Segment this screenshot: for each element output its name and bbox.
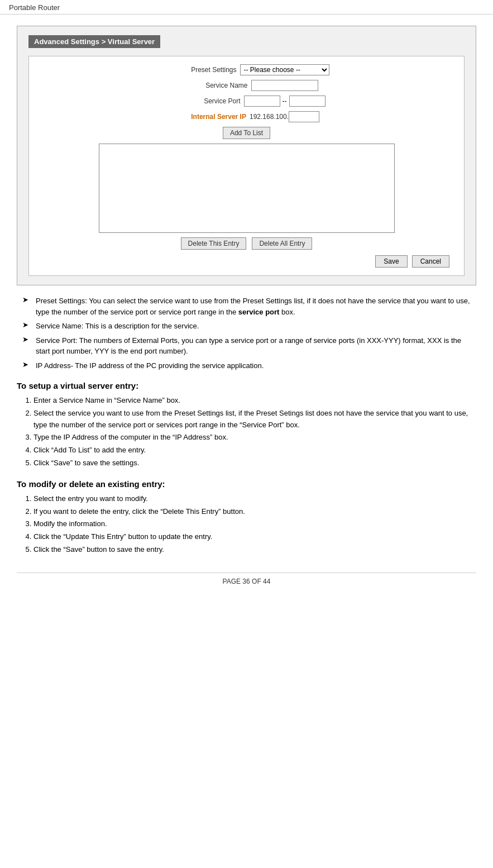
setup-section: To setup a virtual server entry: Enter a… [17, 381, 476, 469]
service-port-end-input[interactable] [289, 96, 326, 107]
desc-item-service-name: ➤ Service Name: This is a description fo… [17, 321, 476, 332]
internal-ip-row: Internal Server IP 192.168.100. [38, 111, 455, 122]
virtual-server-panel: Advanced Settings > Virtual Server Prese… [17, 26, 476, 285]
desc-item-ip-address: ➤ IP Address- The IP address of the PC p… [17, 360, 476, 371]
page-title: Portable Router [9, 3, 60, 12]
preset-settings-row: Preset Settings -- Please choose -- [38, 64, 455, 75]
desc-item-preset: ➤ Preset Settings: You can select the se… [17, 295, 476, 317]
internal-ip-label: Internal Server IP [174, 113, 246, 121]
cancel-button[interactable]: Cancel [412, 255, 449, 268]
setup-step-1: Enter a Service Name in “Service Name” b… [33, 395, 476, 407]
panel-title: Advanced Settings > Virtual Server [28, 35, 160, 48]
setup-step-2: Select the service you want to use from … [33, 408, 476, 431]
arrow-icon-3: ➤ [22, 335, 33, 357]
descriptions-section: ➤ Preset Settings: You can select the se… [17, 295, 476, 371]
setup-step-4: Click “Add To List” to add the entry. [33, 445, 476, 456]
arrow-icon-2: ➤ [22, 321, 33, 332]
desc-text-preset: Preset Settings: You can select the serv… [36, 295, 476, 317]
save-cancel-row: Save Cancel [38, 255, 455, 268]
desc-text-service-name: Service Name: This is a description for … [36, 321, 199, 332]
modify-section: To modify or delete an existing entry: S… [17, 479, 476, 556]
page-footer: PAGE 36 OF 44 [17, 573, 476, 585]
service-name-input[interactable] [251, 80, 318, 91]
modify-steps-list: Select the entry you want to modify. If … [17, 493, 476, 556]
setup-section-title: To setup a virtual server entry: [17, 381, 476, 390]
modify-step-3: Modify the information. [33, 518, 476, 530]
modify-step-2: If you want to delete the entry, click t… [33, 506, 476, 518]
modify-step-5: Click the “Save” button to save the entr… [33, 544, 476, 556]
panel-inner: Preset Settings -- Please choose -- Serv… [28, 56, 465, 276]
add-to-list-button[interactable]: Add To List [223, 127, 270, 139]
desc-item-service-port: ➤ Service Port: The numbers of External … [17, 335, 476, 357]
add-to-list-row: Add To List [38, 127, 455, 139]
service-name-row: Service Name [38, 80, 455, 91]
service-port-start-input[interactable] [244, 96, 280, 107]
desc-text-ip-address: IP Address- The IP address of the PC pro… [36, 360, 264, 371]
delete-entry-button[interactable]: Delete This Entry [181, 237, 247, 250]
delete-all-button[interactable]: Delete All Entry [252, 237, 312, 250]
setup-steps-list: Enter a Service Name in “Service Name” b… [17, 395, 476, 469]
preset-settings-select[interactable]: -- Please choose -- [240, 64, 329, 75]
save-button[interactable]: Save [375, 255, 407, 268]
modify-step-1: Select the entry you want to modify. [33, 493, 476, 505]
service-port-row: Service Port -- [38, 96, 455, 107]
footer-text: PAGE 36 OF 44 [223, 578, 271, 585]
preset-settings-label: Preset Settings [164, 66, 237, 74]
setup-step-5: Click “Save” to save the settings. [33, 457, 476, 469]
page-header: Portable Router [0, 0, 493, 15]
arrow-icon-4: ➤ [22, 360, 33, 371]
desc-text-service-port: Service Port: The numbers of External Po… [36, 335, 476, 357]
modify-step-4: Click the “Update This Entry” button to … [33, 531, 476, 543]
arrow-icon-1: ➤ [22, 295, 33, 317]
modify-section-title: To modify or delete an existing entry: [17, 479, 476, 489]
list-actions-row: Delete This Entry Delete All Entry [38, 237, 455, 250]
port-dash: -- [283, 97, 287, 105]
entries-list-box[interactable] [99, 144, 395, 233]
ip-last-octet-input[interactable] [289, 111, 319, 122]
main-content: Advanced Settings > Virtual Server Prese… [0, 20, 493, 597]
service-name-label: Service Name [175, 82, 248, 89]
setup-step-3: Type the IP Address of the computer in t… [33, 432, 476, 443]
service-port-label: Service Port [168, 97, 241, 105]
ip-static-text: 192.168.100. [250, 113, 289, 121]
